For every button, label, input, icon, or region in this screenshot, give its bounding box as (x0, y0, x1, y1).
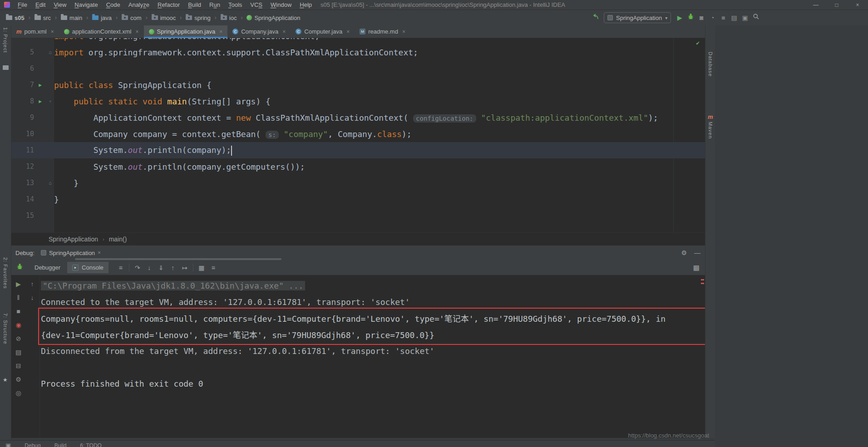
tool-button-favorites[interactable]: 2: Favorites (3, 257, 8, 289)
clear-console-button[interactable]: ⊟ (11, 359, 25, 373)
debug-tab-console[interactable]: ▸Console (67, 262, 108, 273)
code-line-15[interactable]: 15 (11, 207, 705, 224)
run-line-icon[interactable]: ▶ (34, 98, 46, 104)
console-output[interactable]: "C:\Program Files\Java\jdk1.8.0_162\bin\… (41, 277, 703, 438)
breadcrumb-item-ioc[interactable]: ioc (219, 14, 238, 22)
favorites-star-icon[interactable]: ★ (3, 377, 8, 383)
toolwindow-button-build[interactable]: Build (54, 441, 67, 447)
menu-build[interactable]: Build (184, 0, 205, 10)
console-settings-icon[interactable]: ≡ (207, 264, 219, 271)
debug-tab-debugger[interactable]: Debugger (30, 262, 65, 273)
breadcrumb-item-imooc[interactable]: imooc (150, 14, 178, 22)
search-everywhere-button[interactable] (751, 10, 760, 25)
fold-marker-icon[interactable]: ▿ (46, 98, 54, 104)
minimize-button[interactable]: — (805, 0, 826, 10)
breadcrumb-item-s05[interactable]: s05 (5, 14, 26, 22)
menu-refactor[interactable]: Refactor (153, 0, 184, 10)
tab-Company.java[interactable]: CCompany.java× (227, 25, 291, 38)
stop-button[interactable]: ■ (11, 305, 25, 318)
code-editor[interactable]: 4import org.springframework.context.Appl… (11, 38, 705, 232)
tool-button-structure[interactable]: 7: Structure (3, 313, 8, 344)
debug-button[interactable] (686, 10, 695, 25)
code-line-7[interactable]: 7▶public class SpringApplication { (11, 77, 705, 93)
run-line-icon[interactable]: ▶ (34, 82, 46, 88)
tab-applicationContext.xml[interactable]: applicationContext.xml× (59, 25, 144, 38)
menu-edit[interactable]: Edit (31, 0, 49, 10)
nav-arrow-icon[interactable] (592, 13, 600, 22)
settings-gear-icon[interactable]: ⚙ (681, 249, 687, 256)
breadcrumb-item-main[interactable]: main (59, 14, 84, 22)
down-stack-trace-button[interactable]: ↓ (25, 291, 39, 305)
hide-icon[interactable]: — (694, 249, 700, 256)
menu-file[interactable]: File (14, 0, 31, 10)
terminal-button[interactable]: ▣ (740, 10, 750, 25)
fold-marker-icon[interactable]: ⌂ (46, 180, 54, 186)
settings-button[interactable]: ⚙ (11, 373, 25, 386)
close-icon[interactable]: × (98, 250, 101, 256)
coverage-button[interactable]: ◙ (697, 10, 706, 25)
step-over-icon[interactable]: ↷ (132, 264, 143, 271)
code-line-12[interactable]: 12 System.out.println(company.getCompute… (11, 158, 705, 175)
tab-SpringApplication.java[interactable]: SpringApplication.java× (144, 25, 228, 38)
maximize-button[interactable]: □ (826, 0, 847, 10)
stop-button[interactable]: ■ (719, 10, 728, 25)
code-line-10[interactable]: 10 Company company = context.getBean( s:… (11, 126, 705, 142)
profiler-button[interactable]: ◔ (708, 10, 717, 25)
code-line-4[interactable]: 4import org.springframework.context.Appl… (11, 38, 705, 44)
step-into-icon[interactable]: ↓ (143, 264, 155, 271)
mute-breakpoints-button[interactable]: ⊘ (11, 332, 25, 345)
project-folder-icon[interactable] (3, 65, 9, 70)
breadcrumb-item-springapplication[interactable]: SpringApplication (245, 14, 301, 22)
debug-session-tab[interactable]: SpringApplication × (41, 250, 101, 256)
close-icon[interactable]: × (282, 29, 286, 35)
breadcrumb-item-com[interactable]: com (120, 14, 143, 22)
code-line-8[interactable]: 8▶▿ public static void main(String[] arg… (11, 93, 705, 109)
close-button[interactable]: × (847, 0, 868, 10)
inspection-ok-icon[interactable]: ✔ (696, 39, 700, 46)
print-button[interactable]: ▤ (11, 345, 25, 359)
close-icon[interactable]: × (402, 29, 405, 35)
evaluate-expression-icon[interactable]: ▦ (196, 264, 207, 271)
tab-pom.xml[interactable]: mpom.xml× (11, 25, 59, 38)
menu-navigate[interactable]: Navigate (70, 0, 102, 10)
close-icon[interactable]: × (136, 29, 139, 35)
menu-help[interactable]: Help (296, 0, 316, 10)
code-line-14[interactable]: 14} (11, 191, 705, 207)
code-line-13[interactable]: 13⌂ } (11, 175, 705, 191)
toolwindow-corner-icon[interactable]: ▣ (5, 441, 11, 447)
menu-code[interactable]: Code (102, 0, 124, 10)
run-to-cursor-icon[interactable]: ↦ (179, 264, 191, 271)
fold-marker-icon[interactable]: ⌂ (46, 49, 54, 55)
menu-icon[interactable]: ≡ (115, 264, 127, 271)
up-stack-trace-button[interactable]: ↑ (25, 277, 39, 291)
code-line-6[interactable]: 6 (11, 60, 705, 77)
tool-button-database[interactable]: Database (708, 52, 713, 77)
breadcrumb-class[interactable]: SpringApplication (49, 236, 98, 243)
code-line-5[interactable]: 5⌂import org.springframework.context.sup… (11, 44, 705, 60)
project-structure-button[interactable]: ▤ (730, 10, 739, 25)
breadcrumb-item-java[interactable]: java (91, 14, 113, 22)
layout-settings-icon[interactable]: ▦ (693, 264, 700, 272)
close-icon[interactable]: × (219, 29, 222, 35)
close-icon[interactable]: × (346, 29, 350, 35)
code-line-9[interactable]: 9 ApplicationContext context = new Class… (11, 109, 705, 126)
breadcrumb-item-src[interactable]: src (33, 14, 52, 22)
step-out-icon[interactable]: ↑ (167, 264, 179, 271)
tab-readme.md[interactable]: Mreadme.md× (355, 25, 410, 38)
run-button[interactable]: ▶ (675, 10, 684, 25)
breadcrumb-method[interactable]: main() (109, 236, 127, 243)
tool-button-project[interactable]: 1: Project (3, 27, 8, 53)
toolwindow-button-6-todo[interactable]: 6: TODO (80, 441, 102, 447)
view-breakpoints-button[interactable]: ◉ (11, 318, 25, 332)
tab-Computer.java[interactable]: CComputer.java× (291, 25, 355, 38)
run-configuration-select[interactable]: SpringApplication ▾ (604, 12, 671, 23)
menu-vcs[interactable]: VCS (246, 0, 266, 10)
tool-button-maven[interactable]: Maven (708, 122, 713, 139)
force-step-into-icon[interactable]: ⇓ (155, 264, 167, 271)
pause-button[interactable]: ‖ (11, 291, 25, 305)
menu-tools[interactable]: Tools (224, 0, 246, 10)
code-line-11[interactable]: 11 System.out.println(company); (11, 142, 705, 158)
close-icon[interactable]: × (51, 29, 54, 35)
menu-run[interactable]: Run (205, 0, 224, 10)
pin-button[interactable]: ◎ (11, 386, 25, 400)
